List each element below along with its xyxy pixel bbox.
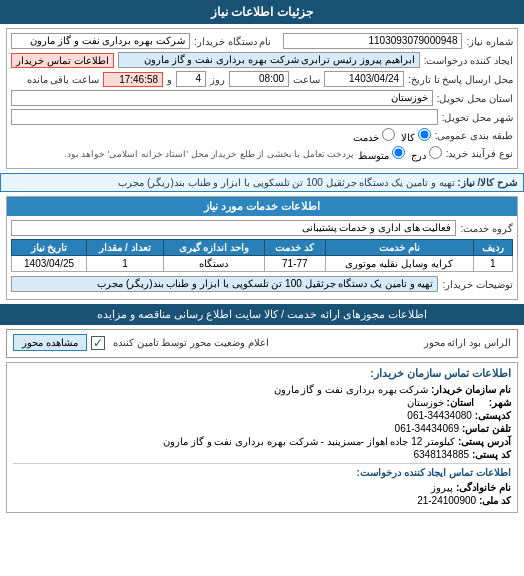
supplier-label: نام دستگاه خریدار: bbox=[194, 36, 271, 47]
table-row: 1کرایه وسایل نقلیه موتوری71-77دستگاه1140… bbox=[12, 256, 513, 272]
td-code: 71-77 bbox=[264, 256, 325, 272]
contact-address-value: کیلومتر 12 جاده اهواز -مسزینبد - شرکت به… bbox=[163, 436, 455, 447]
header-title: جزئیات اطلاعات نیاز bbox=[211, 5, 313, 19]
number-row: شماره نیاز: 1103093079000948 نام دستگاه … bbox=[11, 33, 513, 49]
number-value: 1103093079000948 bbox=[283, 33, 462, 49]
contact-zipcode-value: 6348134885 bbox=[413, 449, 469, 460]
purchase-row: نوع فرآیند خرید: درج متوسط پردخت تعامل ب… bbox=[11, 146, 513, 161]
th-qty: تعداد / مقدار bbox=[87, 240, 164, 256]
services-title: اطلاعات خدمات مورد نیاز bbox=[7, 197, 517, 216]
contact-zipcode-row: کد پستی: 6348134885 bbox=[13, 449, 511, 460]
req-code-value: 24100900-21 bbox=[417, 495, 476, 506]
td-name: کرایه وسایل نقلیه موتوری bbox=[325, 256, 473, 272]
days-label: روز bbox=[210, 74, 225, 85]
requester-contact-title: اطلاعات تماس ایجاد کننده درخواست: bbox=[13, 467, 511, 478]
number-label: شماره نیاز: bbox=[466, 36, 513, 47]
freight-kala-label: کالا bbox=[401, 132, 415, 143]
freight-row: طبقه بندی عمومی: کالا خدمت bbox=[11, 128, 513, 143]
req-name-label: نام خانوادگی: bbox=[456, 482, 511, 493]
info-section: شماره نیاز: 1103093079000948 نام دستگاه … bbox=[6, 28, 518, 169]
th-code: کد خدمت bbox=[264, 240, 325, 256]
kala-title: شرح کالا/ نیاز: bbox=[457, 177, 517, 188]
contact-name-label: نام سازمان خریدار: bbox=[431, 384, 511, 395]
services-section: اطلاعات خدمات مورد نیاز گروه خدمت: فعالی… bbox=[6, 196, 518, 300]
req-code-row: کد ملی: 24100900-21 bbox=[13, 495, 511, 506]
contact-province-label: استان: bbox=[447, 397, 474, 408]
supplier-value: شرکت بهره برداری نفت و گاز مارون bbox=[11, 33, 190, 49]
city-row: شهر محل تحویل: bbox=[11, 109, 513, 125]
contact-link[interactable]: اطلاعات تماس خریدار bbox=[11, 53, 114, 68]
purchase-note: پردخت تعامل با بخشی از طلع خریدار محل 'ا… bbox=[11, 149, 354, 159]
purchase-radio-group: درج متوسط bbox=[358, 146, 442, 161]
checkbox-icon: ✓ bbox=[93, 336, 103, 350]
purchase-opt1[interactable]: درج bbox=[411, 146, 442, 161]
requester-row: ایجاد کننده درخواست: ابراهیم پیروز رئیس … bbox=[11, 52, 513, 68]
view-button[interactable]: مشاهده محور bbox=[13, 334, 87, 351]
aelam-label: اعلام وضعیت محور توسط تامین کننده bbox=[113, 337, 269, 348]
kala-desc-box: شرح کالا/ نیاز: تهیه و تامین یک دستگاه ج… bbox=[0, 173, 524, 192]
table-header-row: ردیف نام خدمت کد خدمت واحد اندازه گیری ت… bbox=[12, 240, 513, 256]
purchase-radio-1[interactable] bbox=[429, 146, 442, 159]
contact-phone-value: 34434069-061 bbox=[395, 423, 460, 434]
time-value: 17:46:58 bbox=[103, 72, 163, 87]
province-row: استان محل تحویل: خوزستان bbox=[11, 90, 513, 106]
freight-kala-option[interactable]: کالا bbox=[401, 128, 431, 143]
contact-phone-row: تلفن تماس: 34434069-061 bbox=[13, 423, 511, 434]
req-code-label: کد ملی: bbox=[479, 495, 511, 506]
rasman-row: الراس بود ارائه محور اعلام وضعیت محور تو… bbox=[13, 334, 511, 351]
province-label: استان محل تحویل: bbox=[437, 93, 513, 104]
th-row: ردیف bbox=[473, 240, 512, 256]
days-value: 4 bbox=[176, 71, 206, 87]
send-date-label: محل ارسال پاسخ تا تاریخ: bbox=[408, 74, 513, 85]
contact-postal-value: 34434080-061 bbox=[407, 410, 472, 421]
purchase-opt2-label: متوسط bbox=[358, 150, 389, 161]
contact-postal-row: کدپستی: 34434080-061 bbox=[13, 410, 511, 421]
freight-khadamat-label: خدمت bbox=[353, 132, 379, 143]
time-connector: و bbox=[167, 74, 172, 85]
desc-value: تهیه و تامین یک دستگاه جرثقیل 100 تن تلس… bbox=[11, 276, 438, 292]
contact-postal-label: کدپستی: bbox=[475, 410, 511, 421]
group-row: گروه خدمت: فعالیت های اداری و خدمات پشتی… bbox=[11, 220, 513, 236]
td-unit: دستگاه bbox=[163, 256, 264, 272]
td-qty: 1 bbox=[87, 256, 164, 272]
desc-row: توضیحات خریدار: تهیه و تامین یک دستگاه ج… bbox=[11, 276, 513, 292]
req-name-row: نام خانوادگی: پیروز bbox=[13, 482, 511, 493]
contact-zipcode-label: کد پستی: bbox=[472, 449, 511, 460]
purchase-label: نوع فرآیند خرید: bbox=[446, 148, 513, 159]
requester-label: ایجاد کننده درخواست: bbox=[424, 55, 513, 66]
contact-province-value: خوزستان bbox=[407, 397, 444, 408]
date-row: محل ارسال پاسخ تا تاریخ: 1403/04/24 ساعت… bbox=[11, 71, 513, 87]
purchase-opt1-label: درج bbox=[411, 150, 426, 161]
contact-divider bbox=[13, 463, 511, 464]
city-label: شهر محل تحویل: bbox=[442, 112, 513, 123]
freight-label: طبقه بندی عمومی: bbox=[435, 130, 513, 141]
remaining-label: ساعت باقی مانده bbox=[27, 74, 100, 85]
freight-khadamat-radio[interactable] bbox=[382, 128, 395, 141]
purchase-opt2[interactable]: متوسط bbox=[358, 146, 405, 161]
services-table: ردیف نام خدمت کد خدمت واحد اندازه گیری ت… bbox=[11, 239, 513, 272]
group-value: فعالیت های اداری و خدمات پشتیبانی bbox=[11, 220, 456, 236]
group-label: گروه خدمت: bbox=[460, 223, 513, 234]
bottom-url-bar[interactable]: اطلاعات مجوزهای ارائه خدمت / کالا سایت ا… bbox=[0, 304, 524, 325]
bottom-url-text: اطلاعات مجوزهای ارائه خدمت / کالا سایت ا… bbox=[97, 308, 428, 320]
rasman-box: الراس بود ارائه محور اعلام وضعیت محور تو… bbox=[6, 329, 518, 358]
contact-phone-label: تلفن تماس: bbox=[462, 423, 511, 434]
province-value: خوزستان bbox=[11, 90, 433, 106]
page-header: جزئیات اطلاعات نیاز bbox=[0, 0, 524, 24]
contact-city-label: شهر: bbox=[489, 397, 511, 408]
contact-name-row: نام سازمان خریدار: شرکت بهره برداری نفت … bbox=[13, 384, 511, 395]
freight-kala-radio[interactable] bbox=[418, 128, 431, 141]
contact-city-row: شهر: استان: خوزستان bbox=[13, 397, 511, 408]
contact-name-value: شرکت بهره برداری نفت و گاز مارون bbox=[274, 384, 429, 395]
contact-title: اطلاعات تماس سازمان خریدار: bbox=[13, 367, 511, 380]
contact-address-label: آدرس پستی: bbox=[458, 436, 511, 447]
th-unit: واحد اندازه گیری bbox=[163, 240, 264, 256]
purchase-radio-2[interactable] bbox=[392, 146, 405, 159]
page-wrapper: جزئیات اطلاعات نیاز شماره نیاز: 11030930… bbox=[0, 0, 524, 513]
requester-value: ابراهیم پیروز رئیس ترابری شرکت بهره بردا… bbox=[118, 52, 420, 68]
rasman-checkbox[interactable]: ✓ bbox=[91, 336, 105, 350]
send-time-value: 08:00 bbox=[229, 71, 289, 87]
freight-khadamat-option[interactable]: خدمت bbox=[353, 128, 395, 143]
send-time-label: ساعت bbox=[293, 74, 320, 85]
th-name: نام خدمت bbox=[325, 240, 473, 256]
